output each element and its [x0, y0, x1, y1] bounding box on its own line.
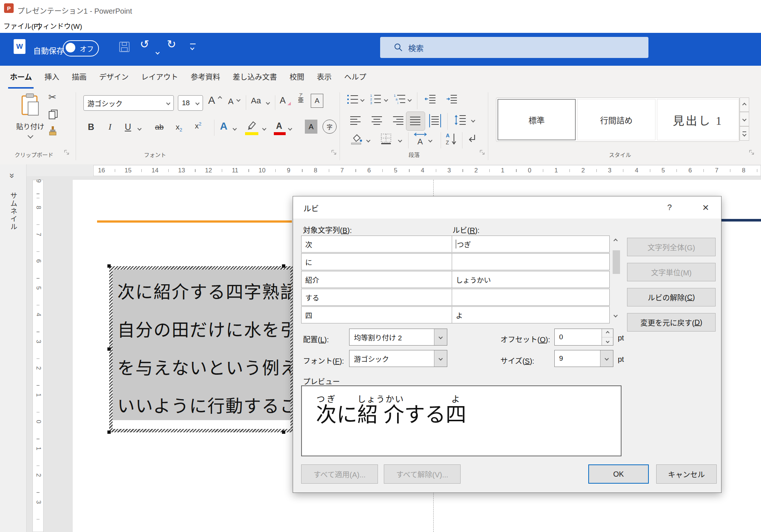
alignment-combo[interactable]: 均等割り付け 2: [349, 329, 447, 346]
borders-chevron-icon[interactable]: [398, 138, 402, 142]
bold-button[interactable]: B: [88, 122, 94, 132]
resize-handle[interactable]: [282, 430, 285, 434]
enclose-character-button[interactable]: 字: [323, 120, 337, 134]
styles-scroll-down[interactable]: [740, 112, 749, 126]
change-case-button[interactable]: Aa: [251, 96, 261, 106]
text-effects-chevron-icon[interactable]: [233, 126, 237, 130]
shrink-font-button[interactable]: A: [228, 97, 234, 106]
ok-button[interactable]: OK: [588, 464, 649, 484]
underline-chevron-icon[interactable]: [137, 126, 141, 130]
tab-insert[interactable]: 挿入: [38, 66, 65, 89]
align-center-icon[interactable]: [371, 116, 382, 126]
paste-button[interactable]: 貼り付け: [10, 121, 50, 131]
multilevel-list-chevron-icon[interactable]: [407, 97, 412, 102]
textbox-content[interactable]: 次に紹介する四字熟語 自分の田だけに水を引 を与えないという例え いいように行動…: [113, 270, 290, 429]
tab-help[interactable]: ヘルプ: [338, 66, 372, 89]
tab-design[interactable]: デザイン: [93, 66, 135, 89]
line-spacing-chevron-icon[interactable]: [471, 118, 475, 122]
cancel-button[interactable]: キャンセル: [656, 464, 717, 484]
tab-draw[interactable]: 描画: [65, 66, 93, 89]
font-dialog-launcher-icon[interactable]: [331, 150, 337, 157]
character-width-chevron-icon[interactable]: [428, 138, 432, 142]
redo-icon[interactable]: ↻: [167, 39, 176, 50]
bullet-list-chevron-icon[interactable]: [360, 97, 364, 102]
grow-font-button[interactable]: A: [208, 95, 215, 106]
highlight-chevron-icon[interactable]: [262, 126, 266, 130]
strikethrough-button[interactable]: ab: [155, 123, 163, 131]
slide-textbox[interactable]: 次に紹介する四字熟語 自分の田だけに水を引 を与えないという例え いいように行動…: [109, 266, 294, 432]
paste-chevron-icon[interactable]: [28, 133, 34, 139]
style-no-spacing[interactable]: 行間詰め: [577, 99, 655, 140]
offset-spinner[interactable]: 0: [554, 329, 613, 346]
expand-pane-icon[interactable]: »: [7, 173, 17, 178]
text-effects-button[interactable]: A: [220, 120, 227, 132]
menu-window[interactable]: ウィンドウ(W): [36, 21, 82, 31]
remove-ruby-button[interactable]: ルビの解除(C): [627, 288, 716, 306]
enclose-button[interactable]: A: [311, 94, 323, 108]
ruby-size-combo[interactable]: 9: [554, 350, 613, 367]
base-cell[interactable]: に: [301, 253, 452, 270]
font-color-chevron-icon[interactable]: [288, 126, 292, 130]
underline-button[interactable]: U: [125, 122, 131, 132]
increase-indent-icon[interactable]: [446, 95, 458, 106]
paragraph-mark-icon[interactable]: [466, 134, 477, 145]
decrease-indent-icon[interactable]: [424, 95, 436, 106]
base-cell[interactable]: 紹介: [301, 271, 452, 288]
resize-handle[interactable]: [282, 264, 285, 268]
italic-button[interactable]: I: [109, 122, 111, 132]
base-cell[interactable]: 四: [301, 306, 452, 323]
shading-icon[interactable]: [351, 134, 362, 146]
table-scroll-thumb[interactable]: [613, 250, 620, 274]
ruby-cell[interactable]: [452, 289, 610, 306]
line-spacing-icon[interactable]: [454, 114, 466, 127]
combo-arrow[interactable]: [600, 350, 613, 367]
clear-formatting-button[interactable]: A: [280, 95, 286, 106]
paste-icon[interactable]: [20, 93, 40, 117]
superscript-button[interactable]: x2: [195, 121, 202, 130]
ruby-cell[interactable]: つぎ: [452, 236, 610, 253]
style-normal[interactable]: 標準: [497, 99, 576, 140]
dialog-help-button[interactable]: ?: [661, 199, 678, 216]
word-doc-icon[interactable]: W: [14, 39, 25, 54]
phonetic-guide-button[interactable]: ア 亜: [295, 93, 306, 103]
borders-icon[interactable]: [380, 133, 392, 146]
table-scroll-up-icon[interactable]: [613, 238, 617, 243]
styles-dialog-launcher-icon[interactable]: [749, 150, 754, 157]
ruby-cell[interactable]: よ: [452, 306, 610, 323]
cut-icon[interactable]: ✂: [48, 92, 56, 103]
align-left-icon[interactable]: [350, 116, 361, 126]
shading-chevron-icon[interactable]: [366, 138, 370, 142]
tab-home[interactable]: ホーム: [4, 66, 38, 89]
character-shading-button[interactable]: A: [305, 120, 317, 134]
align-right-icon[interactable]: [393, 116, 404, 126]
resize-handle[interactable]: [107, 264, 111, 268]
dialog-close-button[interactable]: ×: [696, 199, 715, 216]
font-name-combo[interactable]: 游ゴシック: [83, 95, 174, 111]
numbered-list-icon[interactable]: 123: [370, 94, 382, 106]
tab-references[interactable]: 参考資料: [184, 66, 226, 89]
numbered-list-chevron-icon[interactable]: [384, 97, 388, 102]
ruby-cell[interactable]: しょうかい: [452, 271, 610, 288]
base-cell[interactable]: 次: [301, 236, 452, 253]
combo-arrow[interactable]: [434, 329, 447, 345]
clipboard-dialog-launcher-icon[interactable]: [64, 150, 69, 157]
format-painter-icon[interactable]: [47, 126, 58, 138]
combo-arrow[interactable]: [434, 350, 447, 367]
search-input[interactable]: 検索: [380, 37, 648, 58]
subscript-button[interactable]: x2: [176, 123, 182, 133]
tab-review[interactable]: 校閲: [283, 66, 310, 89]
dialog-titlebar[interactable]: [293, 196, 721, 219]
highlight-pen-icon[interactable]: [246, 120, 258, 133]
ruby-font-combo[interactable]: 游ゴシック: [349, 350, 447, 367]
resize-handle[interactable]: [107, 430, 111, 434]
styles-more[interactable]: [740, 126, 749, 141]
font-size-combo[interactable]: 18: [178, 95, 203, 111]
save-icon[interactable]: [119, 41, 130, 54]
multilevel-list-icon[interactable]: 1ai: [393, 94, 406, 106]
autosave-toggle[interactable]: オフ: [63, 40, 99, 56]
sort-icon[interactable]: AZ: [445, 132, 458, 147]
tab-layout[interactable]: レイアウト: [135, 66, 184, 89]
menu-file[interactable]: ファイル(F): [3, 21, 40, 31]
base-cell[interactable]: する: [301, 289, 452, 306]
tab-mailings[interactable]: 差し込み文書: [226, 66, 283, 89]
